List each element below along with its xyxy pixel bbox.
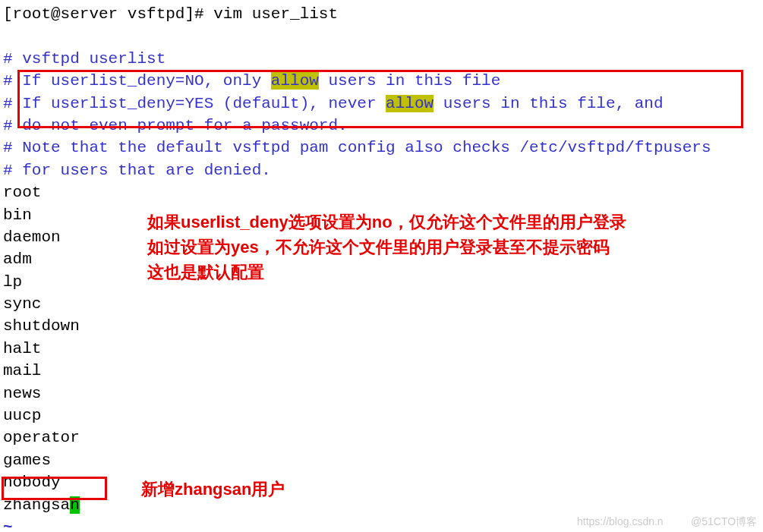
- annotation-text-main: 如果userlist_deny选项设置为no，仅允许这个文件里的用户登录 如过设…: [147, 209, 626, 285]
- blank-line: [3, 25, 760, 47]
- user-uucp: uucp: [3, 405, 760, 427]
- user-shutdown: shutdown: [3, 315, 760, 337]
- annotation-box-top: [17, 70, 743, 128]
- user-mail: mail: [3, 360, 760, 382]
- user-sync: sync: [3, 293, 760, 315]
- annotation-box-bottom: [2, 477, 107, 500]
- user-operator: operator: [3, 427, 760, 449]
- prompt-line: [root@server vsftpd]# vim user_list: [3, 3, 760, 25]
- user-zhangsan: zhangsan: [3, 494, 760, 516]
- user-news: news: [3, 382, 760, 405]
- vim-command: vim user_list: [213, 5, 338, 23]
- user-root: root: [3, 181, 760, 203]
- watermark-51cto: @51CTO博客: [691, 515, 757, 530]
- user-nobody: nobody: [3, 471, 760, 493]
- comment-line-6: # for users that are denied.: [3, 159, 760, 181]
- user-halt: halt: [3, 338, 760, 360]
- comment-line-1: # vsftpd userlist: [3, 48, 760, 70]
- comment-line-5: # Note that the default vsftpd pam confi…: [3, 137, 760, 159]
- shell-prompt: [root@server vsftpd]#: [3, 5, 213, 23]
- watermark-csdn: https://blog.csdn.n: [577, 515, 664, 530]
- annotation-text-bottom: 新增zhangsan用户: [141, 477, 285, 502]
- user-games: games: [3, 449, 760, 471]
